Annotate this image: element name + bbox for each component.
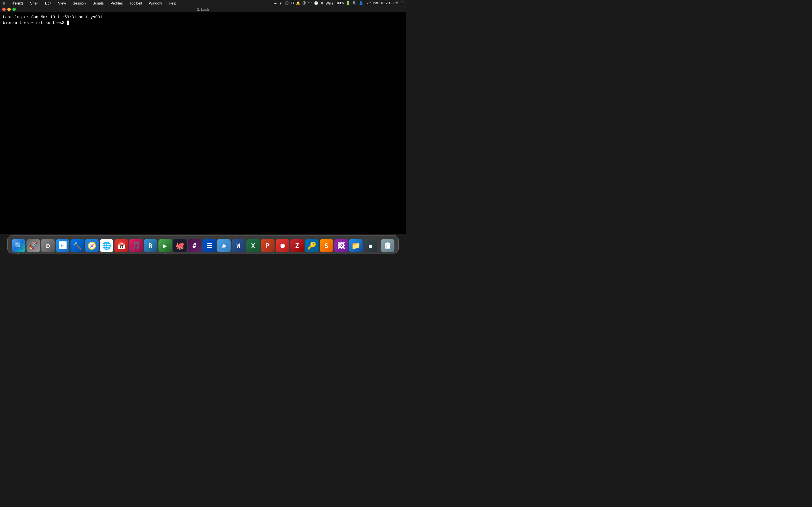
bluetooth-icon: ✱ <box>320 1 323 5</box>
finder-icon: 🔍 <box>14 241 23 250</box>
dock-item-screenflow[interactable]: ⏺ <box>276 239 289 252</box>
preview-icon: 🖼 <box>338 241 345 250</box>
active-indicator <box>165 253 166 253</box>
control-center-icon[interactable]: ☰ <box>401 1 404 5</box>
app-store-icon: 🅰 <box>59 241 66 250</box>
menu-window[interactable]: Window <box>148 1 163 6</box>
dock-item-github[interactable]: 🐙 <box>173 239 187 252</box>
notification-icon: 🔔 <box>296 1 300 5</box>
terminal-content[interactable]: Last login: Sun Mar 10 11:59:31 on ttys0… <box>0 12 406 234</box>
metabase-icon: ◉ <box>222 242 225 249</box>
dots-icon: ••• <box>308 1 312 5</box>
r-app-icon: R <box>149 242 152 249</box>
dock-item-zotero[interactable]: Z <box>290 239 304 252</box>
dock-item-word[interactable]: W <box>232 239 245 252</box>
dock-item-terminal[interactable]: ◼ <box>364 239 377 252</box>
microphone-icon: 🎙 <box>279 1 283 5</box>
window-titlebar: 2. bash <box>0 6 406 12</box>
dock-item-safari[interactable]: 🧭 <box>85 239 99 252</box>
battery-icon: 🔋 <box>346 1 350 5</box>
safari-icon: 🧭 <box>87 241 96 250</box>
menu-scripts[interactable]: Scripts <box>91 1 105 6</box>
screenflow-icon: ⏺ <box>280 242 286 249</box>
menu-help[interactable]: Help <box>167 1 177 6</box>
dock-item-system-prefs[interactable]: ⚙️ <box>41 239 55 252</box>
iterm2-icon: ▶ <box>163 242 167 249</box>
terminal-icon: ◼ <box>368 242 372 249</box>
search-icon[interactable]: 🔍 <box>352 1 357 5</box>
minimize-button[interactable] <box>7 8 11 11</box>
launchpad-icon: 🚀 <box>29 241 38 250</box>
xcode-icon: 🔨 <box>73 241 82 250</box>
terminal-cursor <box>67 20 69 25</box>
apple-menu[interactable]:  <box>2 0 6 6</box>
chrome-icon: 🌐 <box>102 241 111 250</box>
music-icon: 🎵 <box>132 241 140 250</box>
maximize-button[interactable] <box>12 8 16 11</box>
b-icon: B <box>291 1 294 5</box>
word-icon: W <box>237 242 240 249</box>
dock-item-fantastical[interactable]: 📅 <box>114 239 128 252</box>
dock-item-1password[interactable]: 🔑 <box>305 239 319 252</box>
menubar:  iTerm2 Shell Edit View Session Scripts… <box>0 0 406 6</box>
dock-item-metabase[interactable]: ◉ <box>217 239 231 252</box>
powerpoint-icon: P <box>266 242 269 249</box>
dock-item-preview[interactable]: 🖼 <box>335 239 348 252</box>
dock-item-sublime[interactable]: S <box>320 239 333 252</box>
fantastical-icon: 📅 <box>117 241 126 250</box>
menu-session[interactable]: Session <box>71 1 87 6</box>
user-icon: 👤 <box>359 1 363 5</box>
dock-item-xcode[interactable]: 🔨 <box>70 239 84 252</box>
menu-edit[interactable]: Edit <box>44 1 52 6</box>
circle-icon: ⓪ <box>303 1 306 6</box>
dock-item-slack[interactable]: # <box>188 239 201 252</box>
menu-profiles[interactable]: Profiles <box>109 1 124 6</box>
terminal-window: 2. bash Last login: Sun Mar 10 11:59:31 … <box>0 6 406 234</box>
menu-shell[interactable]: Shell <box>29 1 40 6</box>
dock: 🔍🚀⚙️🅰🔨🧭🌐📅🎵R▶🐙#☰◉WXP⏺Z🔑S🖼📁◼🗑 <box>0 234 406 253</box>
dock-item-files[interactable]: 📁 <box>349 239 363 252</box>
system-prefs-icon: ⚙️ <box>46 241 50 250</box>
excel-icon: X <box>251 242 255 249</box>
sublime-icon: S <box>324 242 328 249</box>
dock-item-trello[interactable]: ☰ <box>202 239 216 252</box>
files-icon: 📁 <box>351 241 360 250</box>
active-indicator <box>18 253 19 253</box>
menu-view[interactable]: View <box>57 1 67 6</box>
dock-item-launchpad[interactable]: 🚀 <box>27 239 40 252</box>
menubar-left:  iTerm2 Shell Edit View Session Scripts… <box>2 0 177 6</box>
dock-item-chrome[interactable]: 🌐 <box>100 239 113 252</box>
menubar-right: ☁ 🎙 🎧 B 🔔 ⓪ ••• 🕐 ✱ WiFi 100% 🔋 🔍 👤 Sun … <box>273 1 404 6</box>
dock-item-music[interactable]: 🎵 <box>129 239 143 252</box>
wifi-icon: WiFi <box>326 1 333 5</box>
dock-item-r-app[interactable]: R <box>144 239 157 252</box>
dock-item-finder[interactable]: 🔍 <box>12 239 26 252</box>
app-name[interactable]: iTerm2 <box>10 1 24 6</box>
dock-item-iterm2[interactable]: ▶ <box>158 239 172 252</box>
menu-toolbelt[interactable]: Toolbelt <box>128 1 143 6</box>
dock-item-powerpoint[interactable]: P <box>261 239 274 252</box>
last-login-line: Last login: Sun Mar 10 11:59:31 on ttys0… <box>3 15 403 20</box>
trello-icon: ☰ <box>206 242 212 249</box>
window-title: 2. bash <box>197 7 209 11</box>
prompt-line: biomsettles:~ mattsettles$ <box>3 20 403 26</box>
time-machine-icon: 🕐 <box>314 1 318 5</box>
headphones-icon: 🎧 <box>285 1 289 5</box>
dock-item-trash[interactable]: 🗑 <box>381 239 395 252</box>
traffic-lights <box>2 8 16 11</box>
zotero-icon: Z <box>295 242 299 249</box>
close-button[interactable] <box>2 8 6 11</box>
slack-icon: # <box>193 242 196 249</box>
icloud-icon: ☁ <box>273 1 277 5</box>
1password-icon: 🔑 <box>307 241 316 250</box>
dock-item-app-store[interactable]: 🅰 <box>56 239 69 252</box>
battery-percent: 100% <box>335 1 344 5</box>
datetime: Sun Mar 10 12:12 PM <box>365 1 398 5</box>
dock-item-excel[interactable]: X <box>246 239 260 252</box>
github-icon: 🐙 <box>175 241 185 250</box>
trash-icon: 🗑 <box>384 241 391 250</box>
